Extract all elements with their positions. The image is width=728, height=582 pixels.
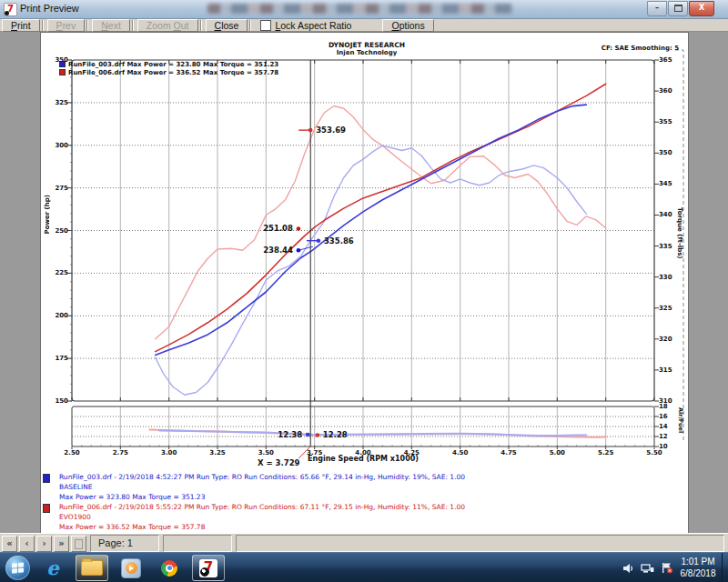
page-setup-button[interactable]	[71, 536, 86, 552]
power-tick-label: 325	[45, 99, 68, 106]
run-color-swatch	[43, 504, 50, 513]
internet-explorer-icon[interactable]: e	[37, 556, 68, 580]
page-number-panel: Page: 1	[90, 535, 159, 552]
toolbar-separator	[86, 20, 88, 31]
callout-af-red: 12.28	[323, 430, 348, 439]
media-player-icon[interactable]	[116, 556, 147, 580]
x-tick-label: 4.75	[498, 449, 520, 457]
run-1-line2: BASELINE	[59, 482, 93, 492]
chrome-icon[interactable]	[154, 556, 185, 580]
torque-tick-label: 315	[659, 366, 672, 374]
torque-tick-label: 360	[659, 87, 672, 95]
toolbar-separator	[249, 20, 251, 31]
chart-subtitle: Injen Technology	[276, 49, 458, 56]
nav-button-last[interactable]: »	[54, 536, 69, 552]
x-tick-label: 2.50	[61, 449, 83, 457]
toolbar-button-next: Next	[92, 19, 130, 32]
torque-tick-label: 340	[659, 211, 672, 218]
legend-entry-0: RunFile_003.drf Max Power = 323.80Max To…	[59, 61, 278, 68]
torque-tick-label: 345	[659, 180, 672, 187]
af-tick-label: 18	[659, 403, 668, 410]
dynojet-icon[interactable]: 7	[192, 555, 225, 581]
statusbar-panel-2	[163, 535, 232, 552]
run-2-line2: EVO1900	[59, 512, 91, 522]
nav-button-prev[interactable]: ‹	[19, 536, 35, 552]
chart-correction-label: CF: SAE Smoothing: 5	[497, 45, 679, 52]
power-tick-label: 175	[45, 355, 68, 362]
maximize-button[interactable]	[668, 1, 688, 16]
run-2-line3: Max Power = 336.52 Max Torque = 357.78	[59, 522, 205, 532]
x-tick-label: 3.75	[304, 449, 326, 457]
cursor-x-label: X = 3.729	[258, 458, 299, 467]
close-button[interactable]: X	[689, 1, 714, 16]
network-icon[interactable]	[641, 563, 654, 574]
checkbox-box	[260, 20, 271, 31]
file-explorer-icon[interactable]	[76, 555, 108, 581]
af-tick-label: 10	[659, 443, 668, 450]
toolbar-button-prev: Prev	[47, 19, 86, 32]
power-tick-label: 225	[45, 269, 68, 276]
af-axis-title: Air/Fuel	[677, 407, 684, 433]
start-button[interactable]	[5, 556, 30, 580]
nav-button-next[interactable]: ›	[36, 536, 52, 552]
x-tick-label: 4.25	[400, 449, 422, 457]
series-af-runfile003	[159, 430, 586, 436]
power-tick-label: 300	[45, 142, 68, 149]
chart-company-title: DYNOJET RESEARCH	[276, 41, 458, 49]
af-tick-label: 12	[659, 433, 668, 440]
power-tick-label: 200	[45, 312, 68, 319]
torque-axis-title: Torque (ft-lbs)	[676, 207, 683, 259]
power-tick-label: 275	[45, 185, 68, 192]
torque-tick-label: 320	[659, 336, 672, 343]
callout-torque-blue: 335.86	[324, 236, 354, 246]
print-preview-page: DYNOJET RESEARCH Injen Technology CF: SA…	[40, 32, 689, 535]
window-titlebar: 7 Print Preview – X	[0, 0, 728, 19]
x-tick-label: 3.25	[207, 449, 228, 457]
taskbar: e 7 1:01 PM 6/8/2018	[0, 552, 728, 582]
x-tick-label: 4.00	[352, 449, 374, 457]
x-tick-label: 3.00	[158, 449, 180, 457]
torque-tick-label: 330	[659, 274, 672, 281]
power-tick-label: 150	[45, 397, 68, 405]
torque-tick-label: 355	[659, 118, 672, 125]
series-torque-runfile003	[156, 146, 587, 395]
action-center-icon[interactable]	[661, 562, 673, 574]
toolbar-button-close[interactable]: Close	[206, 19, 248, 32]
torque-tick-label: 325	[659, 305, 672, 312]
series-power-runfile003	[156, 105, 587, 355]
power-tick-label: 250	[45, 227, 68, 235]
taskbar-clock[interactable]: 1:01 PM 6/8/2018	[675, 556, 721, 579]
run-color-swatch	[43, 474, 50, 483]
clock-time: 1:01 PM	[675, 556, 721, 567]
run-1-line1: RunFile_003.drf - 2/19/2018 4:52:27 PM R…	[59, 472, 465, 482]
power-tick-label: 350	[45, 56, 68, 64]
x-tick-label: 5.50	[643, 449, 665, 457]
system-tray	[616, 553, 673, 582]
toolbar-separator	[200, 20, 202, 31]
volume-icon[interactable]	[622, 563, 634, 574]
nav-button-first[interactable]: «	[2, 536, 17, 552]
x-tick-label: 5.25	[595, 449, 617, 457]
show-desktop-button[interactable]	[722, 553, 728, 582]
titlebar-blurred-text	[207, 4, 512, 14]
windows-logo-icon	[12, 562, 24, 573]
torque-tick-label: 350	[659, 149, 672, 156]
torque-tick-label: 335	[659, 243, 672, 250]
window-title: Print Preview	[20, 3, 79, 14]
statusbar: «‹›» Page: 1	[0, 533, 728, 553]
callout-af-blue: 12.38	[262, 430, 302, 439]
statusbar-panel-3	[236, 535, 724, 552]
legend-entry-1: RunFile_006.drf Max Power = 336.52Max To…	[59, 69, 278, 76]
toolbar-button-print[interactable]: Print	[2, 19, 40, 32]
x-tick-label: 3.50	[255, 449, 277, 457]
minimize-button[interactable]: –	[647, 1, 667, 16]
toolbar-separator	[132, 20, 134, 31]
x-tick-label: 4.50	[450, 449, 471, 457]
toolbar-button-options[interactable]: Options	[382, 19, 433, 32]
screen: 7 Print Preview – X PrintPrevNextZoom Ou…	[0, 0, 728, 582]
window-controls: – X	[646, 1, 714, 16]
callout-power-blue: 238.44	[253, 246, 293, 255]
lock-aspect-ratio-label: Lock Aspect Ratio	[275, 20, 351, 31]
lock-aspect-ratio-checkbox[interactable]: Lock Aspect Ratio	[260, 20, 351, 31]
preview-area: DYNOJET RESEARCH Injen Technology CF: SA…	[0, 32, 728, 533]
